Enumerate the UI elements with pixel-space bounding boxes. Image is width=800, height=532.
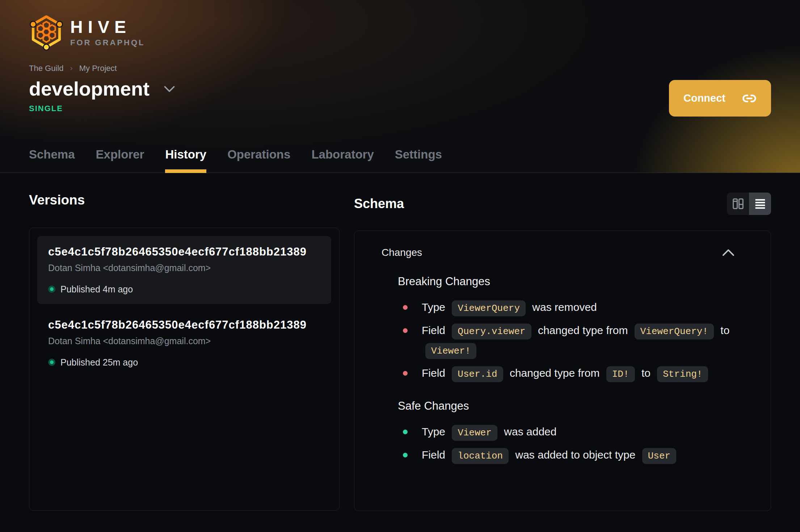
code-chip: location [452,448,509,464]
tab-operations[interactable]: Operations [227,148,290,173]
changes-panel: Changes Breaking Changes Type ViewerQuer… [354,231,771,511]
tab-laboratory[interactable]: Laboratory [311,148,374,173]
versions-panel: c5e4c1c5f78b26465350e4ecf677cf188bb21389… [29,228,340,511]
breadcrumb-project[interactable]: My Project [79,64,117,73]
code-chip: User [642,448,676,464]
schema-column: Schema [354,193,771,511]
page-title: development [29,78,150,100]
breaking-changes-list: Type ViewerQuery was removedField Query.… [398,297,738,383]
list-view-icon [753,197,767,211]
version-author: Dotan Simha <dotansimha@gmail.com> [48,263,320,273]
safe-changes-list: Type Viewer was addedField location was … [398,422,738,465]
code-chip: ID! [606,366,635,382]
connect-button-label: Connect [683,92,725,104]
change-item: Field User.id changed type from ID! to S… [398,363,738,383]
change-item: Type ViewerQuery was removed [398,297,738,317]
code-chip: String! [657,366,708,382]
code-chip: Viewer [452,425,497,441]
version-card[interactable]: c5e4c1c5f78b26465350e4ecf677cf188bb21389… [37,236,331,304]
version-status: Published 4m ago [60,284,133,295]
columns-view-icon [731,197,745,211]
code-chip: ViewerQuery [452,300,526,316]
breadcrumb-separator-icon: › [70,64,72,73]
list-view-button[interactable] [749,193,771,215]
change-item: Field Query.viewer changed type from Vie… [398,321,738,360]
published-dot-icon [48,286,55,293]
tab-schema[interactable]: Schema [29,148,75,173]
breadcrumb-org[interactable]: The Guild [29,64,63,73]
changes-body: Breaking Changes Type ViewerQuery was re… [354,275,771,465]
versions-heading: Versions [29,193,340,208]
versions-column: Versions c5e4c1c5f78b26465350e4ecf677cf1… [29,193,340,511]
main-content: Versions c5e4c1c5f78b26465350e4ecf677cf1… [0,173,800,511]
change-item: Field location was added to object type … [398,445,738,465]
tab-history[interactable]: History [165,148,206,173]
breaking-changes-heading: Breaking Changes [398,275,738,288]
brand-tagline: FOR GRAPHQL [70,39,145,47]
safe-changes-heading: Safe Changes [398,400,738,413]
view-mode-toggle [727,193,771,215]
breadcrumb: The Guild › My Project [29,64,771,73]
version-hash: c5e4c1c5f78b26465350e4ecf677cf188bb21389 [48,245,320,258]
target-mode-badge: SINGLE [29,104,771,113]
code-chip: ViewerQuery! [635,324,714,339]
published-dot-icon [48,359,55,366]
columns-view-button[interactable] [727,193,749,215]
version-card[interactable]: c5e4c1c5f78b26465350e4ecf677cf188bb21389… [37,309,331,377]
schema-heading: Schema [354,196,404,211]
code-chip: Viewer! [425,343,476,359]
chevron-down-icon[interactable] [164,86,175,92]
version-status: Published 25m ago [60,357,138,368]
change-item: Type Viewer was added [398,422,738,442]
tab-settings[interactable]: Settings [395,148,442,173]
brand-logo[interactable]: HIVE FOR GRAPHQL [29,14,771,51]
code-chip: Query.viewer [452,324,531,339]
connect-button[interactable]: Connect [669,80,771,117]
code-chip: User.id [452,366,503,382]
target-tabs: Schema Explorer History Operations Labor… [29,148,442,173]
brand-name: HIVE [70,18,145,36]
changes-collapsible-header[interactable]: Changes [354,247,771,258]
tab-explorer[interactable]: Explorer [96,148,144,173]
app-header: HIVE FOR GRAPHQL The Guild › My Project … [0,0,800,173]
version-author: Dotan Simha <dotansimha@gmail.com> [48,336,320,346]
hive-honeycomb-logo-icon [29,14,64,51]
chevron-up-icon [722,249,734,256]
link-icon [742,91,757,106]
version-hash: c5e4c1c5f78b26465350e4ecf677cf188bb21389 [48,318,320,332]
changes-title: Changes [382,247,422,258]
